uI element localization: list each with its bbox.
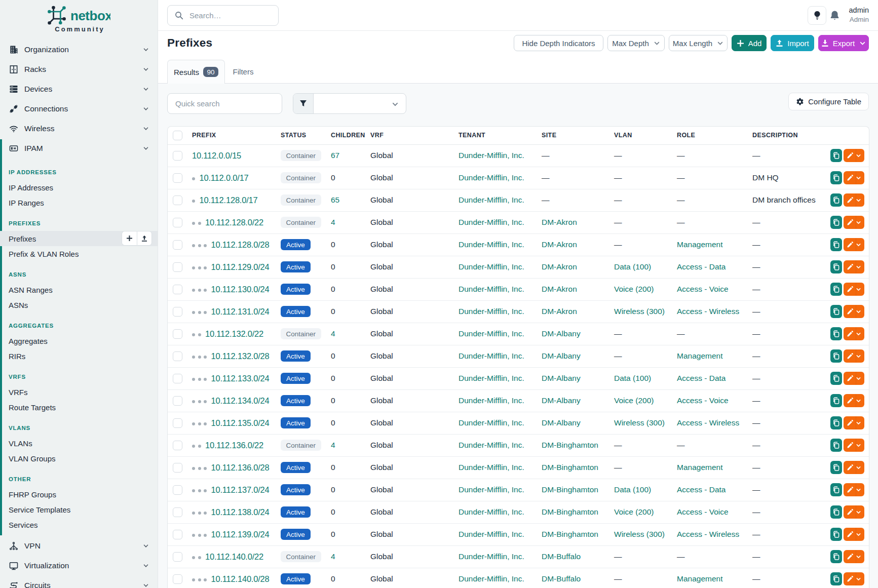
svg-text:netbox: netbox <box>70 8 110 23</box>
